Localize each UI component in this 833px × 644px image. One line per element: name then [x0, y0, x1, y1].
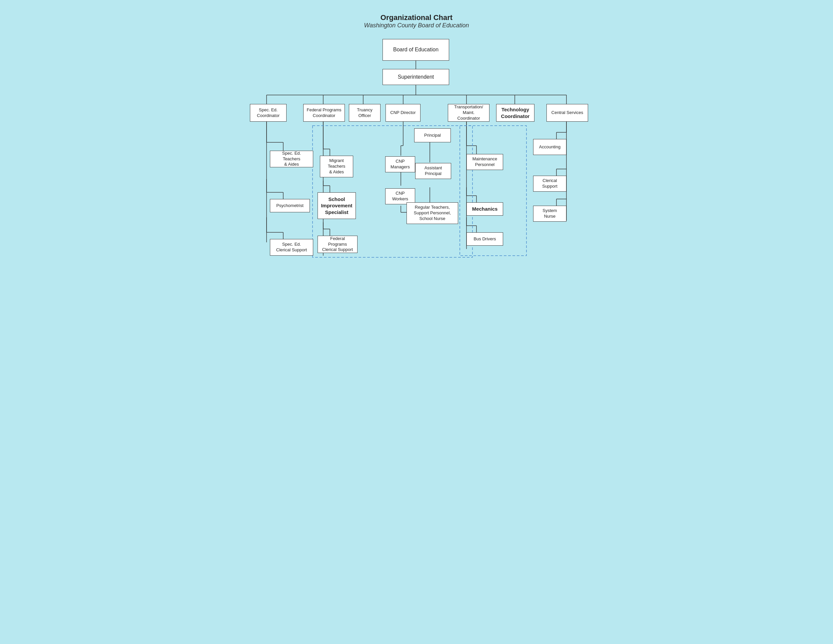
box-cnp-director: CNP Director	[386, 104, 420, 122]
box-spec-ed-coord: Spec. Ed.Coordinator	[250, 104, 286, 122]
box-maintenance-personnel: MaintenancePersonnel	[466, 154, 503, 170]
subtitle: Washington County Board of Education	[364, 22, 469, 29]
org-chart: Board of Education Superintendent Spec. …	[233, 35, 600, 309]
box-technology-coord: TechnologyCoordinator	[496, 104, 534, 122]
box-federal-programs-clerical: Federal ProgramsClerical Support	[318, 236, 357, 253]
box-spec-ed-teachers: Spec. Ed. Teachers& Aides	[270, 151, 313, 167]
page-title: Organizational Chart Washington County B…	[364, 13, 469, 29]
box-transportation-coord: Transportation/ Maint.Coordinator	[448, 104, 489, 122]
box-cnp-managers: CNPManagers	[385, 156, 415, 172]
box-bus-drivers: Bus Drivers	[466, 232, 503, 246]
box-accounting: Accounting	[533, 139, 566, 155]
box-regular-teachers: Regular Teachers,Support Personnel,Schoo…	[407, 202, 458, 224]
box-mechanics: Mechanics	[466, 202, 503, 216]
box-central-services: Central Services	[547, 104, 588, 122]
box-system-nurse: SystemNurse	[533, 206, 566, 222]
box-psychometrist: Psychometrist	[270, 199, 310, 213]
box-principal: Principal	[414, 128, 451, 142]
box-school-improvement: School Improvement Specialist	[318, 192, 356, 219]
main-title: Organizational Chart	[364, 13, 469, 22]
box-spec-ed-clerical: Spec. Ed.Clerical Support	[270, 239, 313, 256]
box-assistant-principal: AssistantPrincipal	[415, 163, 451, 179]
box-cnp-workers: CNPWorkers	[385, 188, 415, 204]
box-board: Board of Education	[383, 39, 449, 61]
box-clerical-support: ClericalSupport	[533, 175, 566, 192]
box-truancy-officer: TruancyOfficer	[349, 104, 381, 122]
box-superintendent: Superintendent	[383, 69, 449, 85]
box-migrant-teachers: Migrant Teachers& Aides	[320, 156, 353, 177]
box-federal-programs-coord: Federal ProgramsCoordinator	[303, 104, 345, 122]
